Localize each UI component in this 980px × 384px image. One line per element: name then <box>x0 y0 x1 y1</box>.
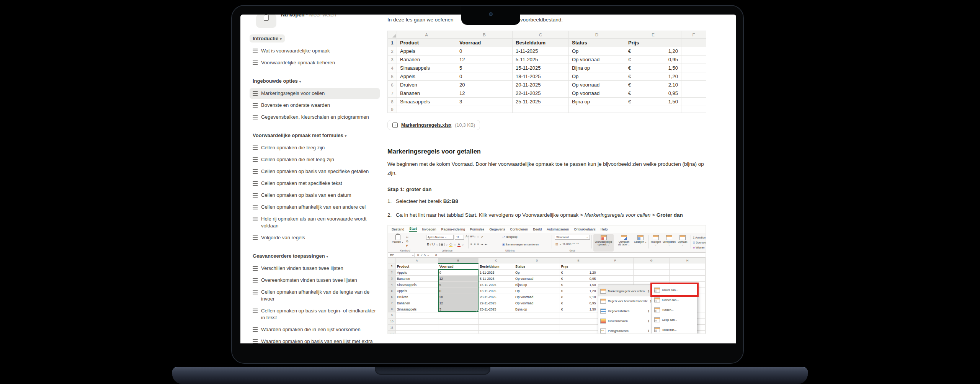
sheet-corner <box>388 258 396 263</box>
sidebar-item[interactable]: Cellen opmaken die leeg zijn <box>250 142 380 153</box>
rule-badge: = <box>655 320 657 322</box>
price-value: 1,20 <box>668 74 678 79</box>
cell: Appels <box>397 47 456 56</box>
text-segment: > <box>650 212 656 218</box>
empty-cell <box>569 106 625 113</box>
ribbon-tab-automatiseren: Automatiseren <box>547 227 569 231</box>
sidebar-section-header[interactable]: Geavanceerdere toepassingen▾ <box>250 252 331 260</box>
sheet-cell <box>670 276 706 282</box>
list-text: Ga in het lint naar het tabblad Start. K… <box>396 211 683 220</box>
laptop-screen: Nu kopen • Meer weten Introductie▾Wat is… <box>240 15 736 343</box>
table-row: 6Druiven2020-11-2025Op voorraad€2,10 <box>388 81 706 89</box>
sheet-cell: €1,20 <box>560 288 597 294</box>
wrap-text-icon: ⮐ <box>502 235 505 238</box>
sheet-cell: Op voorraad <box>514 294 560 300</box>
cell: Druiven <box>397 81 456 89</box>
sidebar-item-label: Cellen opmaken op basis van specifieke g… <box>261 168 369 175</box>
group-label-alignment: Uitlijning <box>470 249 550 252</box>
sidebar-item[interactable]: Waarden opmaken die in een lijst voorkom… <box>250 324 380 335</box>
sheet-cell <box>633 270 670 276</box>
menu-item: Kleurenschalen❯ <box>598 316 652 326</box>
column-letter: D <box>569 31 625 39</box>
row-number: 4 <box>388 64 397 72</box>
sheet-cell <box>395 312 438 319</box>
insert-cells-button: Invoegen⌄ <box>650 235 662 246</box>
price-value: 2,10 <box>590 295 596 299</box>
sidebar-item[interactable]: Hele rij opmaken als aan een voorwaarde … <box>250 214 380 231</box>
document-icon <box>253 49 258 53</box>
sheet-cell <box>438 319 479 325</box>
comma-icon: 000 <box>566 242 571 246</box>
sidebar-item-label: Hele rij opmaken als aan een voorwaarde … <box>261 216 377 229</box>
currency-symbol: € <box>561 307 563 311</box>
sheet-column-headers: ABCDEFGH <box>388 258 706 263</box>
text-segment: B2:B8 <box>443 198 458 204</box>
learn-more-link[interactable]: Meer weten <box>309 15 336 18</box>
cell: 5-11-2025 <box>513 56 569 64</box>
sidebar-item[interactable]: Cellen opmaken afhankelijk van de lengte… <box>250 287 380 304</box>
sidebar-item[interactable]: Waarden opmaken op basis van een lijst m… <box>250 336 380 343</box>
excel-screenshot[interactable]: BestandStartInvoegenPagina-indelingFormu… <box>387 225 706 334</box>
sidebar-item[interactable]: Cellen opmaken op basis van begin- of ei… <box>250 306 380 323</box>
format-as-table-button: Opmaken als tabel ⌄ <box>615 235 633 246</box>
cell-price: €2,10 <box>625 81 681 89</box>
attachment-link[interactable]: ↓ Markeringsregels.xlsx (10,3 KB) <box>387 120 480 130</box>
sidebar-item[interactable]: Wat is voorwaardelijke opmaak <box>250 46 380 56</box>
format-cells-button: Opmaak⌄ <box>677 235 688 246</box>
empty-cell <box>681 39 706 47</box>
empty-cell <box>681 89 706 98</box>
table-row: 7Bananen1222-11-2025Op voorraad€0,95 <box>388 89 706 98</box>
submenu-arrow-icon: ❯ <box>647 289 650 292</box>
sidebar-item[interactable]: Cellen opmaken afhankelijk van een ander… <box>250 202 380 212</box>
price-value: 2,10 <box>668 82 678 88</box>
sidebar-item[interactable]: Cellen opmaken met specifieke tekst <box>250 178 380 189</box>
sidebar-item[interactable]: Cellen opmaken die niet leeg zijn <box>250 154 380 165</box>
price-value: 0,95 <box>590 301 596 305</box>
rule-badge: ∥ <box>655 310 657 312</box>
sidebar-item-label: Cellen opmaken op basis van begin- of ei… <box>261 307 377 321</box>
sheet-column-letter: E <box>560 258 597 263</box>
sidebar-item-label: Markeringsregels voor cellen <box>261 90 325 97</box>
sheet-row-number: 9 <box>388 312 396 319</box>
document-icon <box>253 115 258 119</box>
format-as-table-icon <box>621 235 627 240</box>
sidebar-section-header[interactable]: Voorwaardelijke opmaak met formules▾ <box>250 131 350 139</box>
sidebar-item[interactable]: Voorwaardelijke opmaak beheren <box>250 57 380 68</box>
sidebar-item[interactable]: Overeenkomsten vinden tussen twee lijste… <box>250 275 380 286</box>
sheet-cell <box>597 263 634 270</box>
sheet-column-letter: G <box>633 258 670 263</box>
sheet-column-letter: B <box>438 258 479 263</box>
sidebar-item[interactable]: Volgorde van regels <box>250 232 380 243</box>
sidebar-section-header[interactable]: Ingebouwde opties▾ <box>250 77 304 85</box>
sidebar-item[interactable]: Gegevensbalken, kleurschalen en pictogra… <box>250 112 380 123</box>
sidebar-item[interactable]: Markeringsregels voor cellen <box>250 88 380 99</box>
banner-separator: • <box>306 15 308 18</box>
buy-now-link[interactable]: Nu kopen <box>281 15 305 18</box>
sheet-row: 2Appels01-11-2025Op€1,20 <box>388 270 706 276</box>
cell: 3 <box>456 98 513 106</box>
copy-icon: ⧉ <box>406 239 408 243</box>
sheet-row-number: 5 <box>388 288 396 294</box>
page-icon-box <box>256 15 276 28</box>
cell: 5 <box>456 64 513 72</box>
cell: 0 <box>456 72 513 81</box>
autosum-icon: Σ <box>693 236 694 239</box>
sheet-cell: Status <box>514 263 560 270</box>
spreadsheet-embed[interactable]: ABCDEF1ProductVoorraadBesteldatumStatusP… <box>387 31 706 113</box>
sidebar-item[interactable]: Verschillen vinden tussen twee lijsten <box>250 263 380 274</box>
sheet-cell: Sinaasappels <box>395 282 438 288</box>
sheet-row-number: 4 <box>388 282 396 288</box>
empty-cell <box>681 56 706 64</box>
sidebar-item[interactable]: Cellen opmaken op basis van specifieke g… <box>250 166 380 177</box>
text-segment: Ga in het lint naar het tabblad Start. K… <box>396 212 585 218</box>
italic-icon: I <box>430 242 431 246</box>
empty-cell <box>456 106 513 113</box>
fill-icon: ⊡ <box>693 241 695 244</box>
sheet-cell: €0,95 <box>560 276 597 282</box>
sidebar-item[interactable]: Cellen opmaken op basis van een datum <box>250 190 380 201</box>
sidebar-item[interactable]: Bovenste en onderste waarden <box>250 100 380 111</box>
format-cells-icon <box>679 235 686 240</box>
sidebar-section-header[interactable]: Introductie▾ <box>250 34 285 42</box>
currency-symbol: € <box>561 289 563 293</box>
excel-ribbon: Plakken ⌄ ✂ ⧉ ◤ Aptos Narrow ⌄ <box>388 233 706 253</box>
